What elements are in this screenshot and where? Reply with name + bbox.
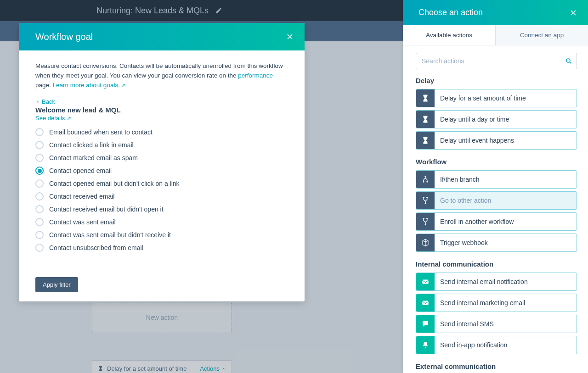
search-wrap bbox=[416, 53, 577, 69]
panel-title: Choose an action bbox=[418, 8, 483, 17]
performance-link[interactable]: performance bbox=[238, 72, 273, 79]
modal-footer: Apply filter bbox=[19, 273, 305, 301]
goal-option[interactable]: Contact received email bbox=[35, 192, 288, 200]
goal-option[interactable]: Contact marked email as spam bbox=[35, 154, 288, 162]
external-link-icon: ↗ bbox=[121, 82, 125, 89]
actions-panel: Choose an action Available actions Conne… bbox=[403, 0, 588, 373]
radio-icon bbox=[35, 244, 44, 252]
chat-icon bbox=[416, 315, 435, 333]
merge-icon bbox=[416, 192, 435, 209]
panel-header: Choose an action bbox=[403, 0, 588, 25]
goal-option[interactable]: Contact opened email but didn't click on… bbox=[35, 179, 288, 188]
panel-body: DelayDelay for a set amount of timeDelay… bbox=[403, 45, 588, 373]
goal-option-label: Contact unsubscribed from email bbox=[49, 244, 143, 251]
goal-option-label: Contact opened email but didn't click on… bbox=[49, 180, 180, 187]
hourglass-icon bbox=[416, 111, 435, 128]
goal-option[interactable]: Contact received email but didn't open i… bbox=[35, 205, 288, 213]
action-group-label: Workflow bbox=[416, 158, 577, 166]
action-list: If/then branchGo to other actionEnroll i… bbox=[416, 170, 577, 252]
action-item[interactable]: Trigger webhook bbox=[416, 234, 577, 252]
back-link[interactable]: Back bbox=[35, 98, 55, 105]
modal-body: Measure contact conversions. Contacts wi… bbox=[19, 50, 305, 273]
action-item-label: Delay until event happens bbox=[435, 132, 514, 149]
goal-option-label: Contact was sent email bbox=[49, 218, 116, 226]
action-item-label: Send internal email notification bbox=[435, 273, 528, 290]
close-icon[interactable] bbox=[569, 8, 578, 17]
action-item-label: Delay for a set amount of time bbox=[435, 89, 526, 107]
goal-options-list: Email bounced when sent to contactContac… bbox=[35, 128, 288, 252]
panel-tabs: Available actions Connect an app bbox=[403, 25, 588, 45]
action-item-label: Send internal marketing email bbox=[435, 294, 525, 312]
external-link-icon: ↗ bbox=[67, 115, 71, 122]
goal-option[interactable]: Contact unsubscribed from email bbox=[35, 244, 288, 252]
action-list: Send internal email notificationSend int… bbox=[416, 273, 577, 354]
action-item-label: Delay until a day or time bbox=[435, 111, 509, 128]
action-group-label: External communication bbox=[416, 362, 577, 370]
goal-option-label: Contact received email bbox=[49, 193, 114, 200]
goal-option[interactable]: Contact was sent email but didn't receiv… bbox=[35, 231, 288, 239]
learn-more-link[interactable]: Learn more about goals.↗ bbox=[53, 82, 125, 89]
workflow-goal-modal: Workflow goal Measure contact conversion… bbox=[19, 23, 305, 301]
bell-icon bbox=[416, 336, 435, 354]
close-icon[interactable] bbox=[285, 32, 294, 41]
action-item-label: Send in-app notification bbox=[435, 336, 507, 354]
goal-option[interactable]: Email bounced when sent to contact bbox=[35, 128, 288, 136]
scroll-fade bbox=[19, 256, 305, 273]
goal-option[interactable]: Contact clicked a link in email bbox=[35, 141, 288, 149]
search-icon[interactable] bbox=[565, 57, 572, 65]
goal-option[interactable]: Contact was sent email bbox=[35, 218, 288, 226]
modal-title: Workflow goal bbox=[35, 32, 93, 42]
search-input[interactable] bbox=[416, 53, 577, 69]
svg-point-0 bbox=[566, 59, 570, 62]
cube-icon bbox=[416, 234, 435, 251]
goal-option-label: Contact marked email as spam bbox=[49, 154, 138, 161]
action-item[interactable]: Enroll in another workflow bbox=[416, 212, 577, 231]
goal-option-label: Contact opened email bbox=[49, 167, 112, 174]
action-list: Delay for a set amount of timeDelay unti… bbox=[416, 89, 577, 150]
radio-icon bbox=[35, 154, 44, 162]
radio-icon bbox=[35, 128, 44, 136]
mail-icon bbox=[416, 294, 435, 312]
modal-description: Measure contact conversions. Contacts wi… bbox=[35, 61, 288, 90]
action-group-label: Internal communication bbox=[416, 260, 577, 268]
hourglass-icon bbox=[416, 89, 435, 107]
radio-icon bbox=[35, 218, 44, 226]
radio-icon bbox=[35, 141, 44, 149]
goal-option[interactable]: Contact opened email bbox=[35, 167, 288, 175]
hourglass-icon bbox=[416, 132, 435, 149]
action-item-label: If/then branch bbox=[435, 171, 480, 188]
branch-icon bbox=[416, 171, 435, 188]
action-item[interactable]: Delay until event happens bbox=[416, 131, 577, 150]
mail-icon bbox=[416, 273, 435, 290]
radio-icon bbox=[35, 192, 44, 200]
tab-connect-app[interactable]: Connect an app bbox=[495, 25, 588, 45]
radio-icon bbox=[35, 179, 44, 188]
action-item[interactable]: Go to other action bbox=[416, 191, 577, 210]
action-item[interactable]: Delay until a day or time bbox=[416, 110, 577, 128]
action-group-label: Delay bbox=[416, 77, 577, 84]
goal-option-label: Email bounced when sent to contact bbox=[49, 128, 153, 136]
action-item[interactable]: If/then branch bbox=[416, 170, 577, 189]
action-item-label: Send internal SMS bbox=[435, 315, 494, 333]
radio-icon bbox=[35, 205, 44, 213]
action-item[interactable]: Delay for a set amount of time bbox=[416, 89, 577, 107]
action-item[interactable]: Send internal email notification bbox=[416, 273, 577, 291]
apply-filter-button[interactable]: Apply filter bbox=[35, 277, 78, 292]
see-details-link[interactable]: See details ↗ bbox=[35, 115, 71, 122]
action-item[interactable]: Send internal SMS bbox=[416, 315, 577, 333]
action-item-label: Go to other action bbox=[435, 192, 491, 209]
modal-header: Workflow goal bbox=[19, 23, 305, 50]
action-item[interactable]: Send in-app notification bbox=[416, 336, 577, 354]
goal-option-label: Contact clicked a link in email bbox=[49, 141, 134, 149]
merge-icon bbox=[416, 213, 435, 230]
action-item-label: Trigger webhook bbox=[435, 234, 488, 251]
goal-option-label: Contact was sent email but didn't receiv… bbox=[49, 231, 171, 239]
goal-subheading: Welcome new lead & MQL bbox=[35, 106, 288, 114]
radio-icon bbox=[35, 167, 44, 175]
action-item[interactable]: Send internal marketing email bbox=[416, 294, 577, 312]
goal-option-label: Contact received email but didn't open i… bbox=[49, 206, 164, 213]
tab-available-actions[interactable]: Available actions bbox=[403, 25, 495, 45]
action-item-label: Enroll in another workflow bbox=[435, 213, 514, 230]
radio-icon bbox=[35, 231, 44, 239]
